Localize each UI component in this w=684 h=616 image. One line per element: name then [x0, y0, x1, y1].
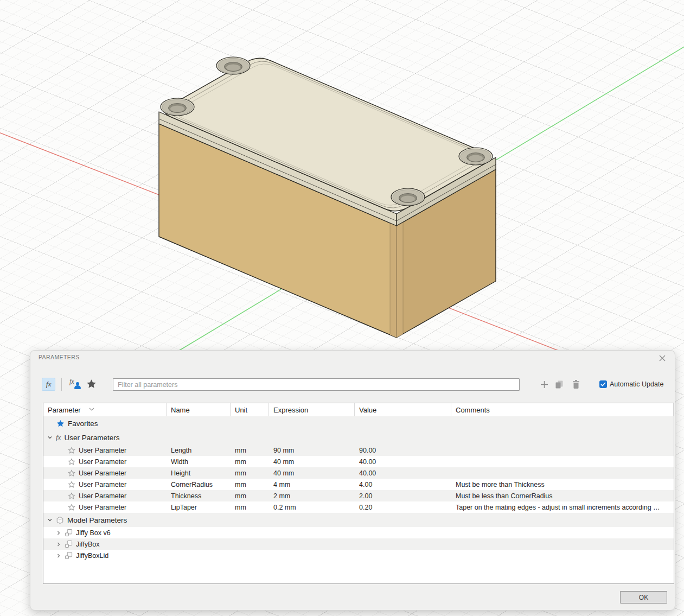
ok-button[interactable]: OK [620, 591, 667, 604]
table-row[interactable]: Model Parameters [43, 513, 674, 527]
column-header-name[interactable]: Name [167, 403, 231, 416]
comment-cell [451, 416, 674, 430]
expression-cell [269, 538, 355, 550]
trash-icon[interactable] [571, 379, 581, 390]
value-cell[interactable]: 4.00 [355, 479, 451, 490]
expression-cell[interactable]: 90 mm [269, 444, 355, 456]
unit-cell [231, 430, 269, 444]
table-row[interactable]: fxUser Parameters [43, 430, 674, 444]
automatic-update-checkbox[interactable] [599, 380, 607, 388]
table-row[interactable]: JiffyBox [43, 538, 674, 550]
star-outline-icon[interactable] [68, 469, 75, 477]
column-header-parameter[interactable]: Parameter [43, 403, 167, 416]
value-cell[interactable]: 40.00 [355, 467, 451, 479]
comment-cell[interactable] [451, 444, 674, 456]
fx-user-filter-icon[interactable]: fx [69, 378, 82, 391]
row-label: User Parameter [79, 481, 126, 488]
name-cell [167, 430, 231, 444]
table-row[interactable]: User ParameterLengthmm90 mm90.00 [43, 444, 674, 456]
sort-chevron-down-icon[interactable] [89, 403, 94, 413]
table-row[interactable]: User ParameterWidthmm40 mm40.00 [43, 456, 674, 467]
unit-cell[interactable]: mm [231, 490, 269, 501]
row-label: User Parameter [79, 492, 126, 500]
component-icon [65, 529, 73, 537]
automatic-update-label: Automatic Update [610, 380, 663, 388]
component-icon [65, 551, 73, 560]
plus-icon[interactable] [539, 379, 549, 390]
copy-icon[interactable] [554, 379, 565, 390]
star-outline-icon[interactable] [68, 447, 75, 454]
chevron-down-icon[interactable] [47, 435, 53, 440]
table-header: Parameter Name Unit Expression Value Com… [43, 403, 674, 416]
name-cell[interactable]: CornerRadius [167, 479, 231, 490]
comment-cell[interactable] [451, 456, 674, 467]
expression-cell[interactable]: 40 mm [269, 456, 355, 467]
comment-cell [451, 550, 674, 561]
row-label: JiffyBox [76, 541, 100, 548]
expression-cell[interactable]: 40 mm [269, 467, 355, 479]
dialog-title: PARAMETERS [39, 354, 80, 360]
column-header-value[interactable]: Value [355, 403, 451, 416]
expression-cell[interactable]: 4 mm [269, 479, 355, 490]
table-row[interactable]: User ParameterThicknessmm2 mm2.00Must be… [43, 490, 674, 501]
column-header-expression[interactable]: Expression [269, 403, 355, 416]
row-label: User Parameters [64, 434, 119, 442]
chevron-down-icon[interactable] [47, 517, 53, 523]
expression-cell[interactable]: 2 mm [269, 490, 355, 501]
name-cell[interactable]: Length [167, 444, 231, 456]
comment-cell[interactable]: Must be more than Thickness [451, 479, 674, 490]
model-jiffy-box[interactable] [159, 57, 496, 338]
unit-cell[interactable]: mm [231, 456, 269, 467]
expression-cell [269, 550, 355, 561]
star-outline-icon[interactable] [68, 492, 75, 500]
toolbar-divider [61, 378, 62, 391]
table-row[interactable]: Favorites [43, 416, 674, 430]
chevron-right-icon[interactable] [56, 553, 61, 558]
name-cell[interactable]: Height [167, 467, 231, 479]
name-cell[interactable]: Width [167, 456, 231, 467]
close-icon[interactable] [659, 354, 667, 363]
value-cell[interactable]: 90.00 [355, 444, 451, 456]
value-cell[interactable]: 0.20 [355, 501, 451, 513]
column-header-comments[interactable]: Comments [451, 403, 674, 416]
row-label: JiffyBoxLid [76, 552, 108, 560]
column-header-unit[interactable]: Unit [231, 403, 269, 416]
row-label: Jiffy Box v6 [76, 529, 111, 537]
unit-cell[interactable]: mm [231, 479, 269, 490]
table-row[interactable]: Jiffy Box v6 [43, 527, 674, 538]
value-cell [355, 416, 451, 430]
table-row[interactable]: User ParameterLipTapermm0.2 mm0.20Taper … [43, 501, 674, 513]
comment-cell[interactable]: Must be less than CornerRadius [451, 490, 674, 501]
star-filter-icon[interactable] [86, 379, 97, 389]
star-filled-icon[interactable] [56, 420, 65, 428]
component-icon [65, 540, 73, 548]
table-rows: FavoritesfxUser ParametersUser Parameter… [43, 416, 674, 561]
value-cell [355, 550, 451, 561]
cube-icon [56, 516, 64, 524]
expression-cell[interactable]: 0.2 mm [269, 501, 355, 513]
table-row[interactable]: User ParameterCornerRadiusmm4 mm4.00Must… [43, 479, 674, 490]
value-cell[interactable]: 40.00 [355, 456, 451, 467]
star-outline-icon[interactable] [68, 504, 75, 511]
app-window: PARAMETERS fx fx [0, 0, 684, 616]
chevron-right-icon[interactable] [56, 530, 61, 536]
name-cell[interactable]: Thickness [167, 490, 231, 501]
unit-cell[interactable]: mm [231, 501, 269, 513]
name-cell[interactable]: LipTaper [167, 501, 231, 513]
name-cell [167, 416, 231, 430]
table-row[interactable]: User ParameterHeightmm40 mm40.00 [43, 467, 674, 479]
chevron-right-icon[interactable] [56, 542, 61, 547]
comment-cell[interactable] [451, 467, 674, 479]
unit-cell[interactable]: mm [231, 467, 269, 479]
table-row[interactable]: JiffyBoxLid [43, 550, 674, 561]
name-cell [167, 538, 231, 550]
row-label: Favorites [68, 420, 98, 428]
unit-cell[interactable]: mm [231, 444, 269, 456]
filter-parameters-input[interactable] [113, 378, 520, 391]
comment-cell[interactable]: Taper on the mating edges - adjust in sm… [451, 501, 674, 513]
value-cell[interactable]: 2.00 [355, 490, 451, 501]
star-outline-icon[interactable] [68, 481, 75, 488]
star-outline-icon[interactable] [68, 458, 75, 466]
row-label: Model Parameters [67, 516, 127, 524]
fx-filter-icon[interactable]: fx [42, 378, 55, 391]
